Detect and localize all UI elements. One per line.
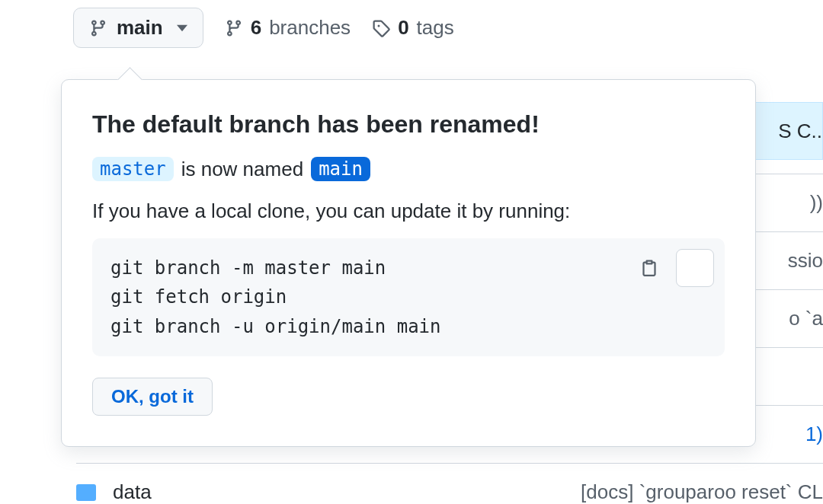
folder-icon: [76, 484, 96, 501]
new-branch-label: main: [311, 157, 370, 181]
file-name: data: [113, 480, 152, 504]
row-fragment: o `a: [789, 307, 823, 330]
popover-title: The default branch has been renamed!: [92, 110, 725, 139]
code-content: git branch -m master main git fetch orig…: [110, 257, 440, 337]
commit-header-fragment: S C..: [778, 120, 822, 143]
branches-count: 6: [251, 16, 261, 40]
code-block: git branch -m master main git fetch orig…: [92, 238, 725, 356]
branches-link[interactable]: 6 branches: [225, 16, 351, 40]
row-fragment: 1): [805, 423, 823, 446]
tags-count: 0: [398, 16, 408, 40]
caret-down-icon: [177, 24, 187, 32]
branches-word: branches: [269, 16, 351, 40]
tags-link[interactable]: 0 tags: [372, 16, 454, 40]
git-branch-icon: [89, 19, 107, 37]
branch-selector-button[interactable]: main: [73, 8, 203, 48]
commit-message: [docs] `grouparoo reset` CL: [581, 480, 823, 504]
branch-renamed-popover: The default branch has been renamed! mas…: [61, 79, 756, 447]
instructions-text: If you have a local clone, you can updat…: [92, 199, 725, 223]
row-fragment: ssio: [788, 249, 823, 273]
copy-button[interactable]: [676, 249, 714, 287]
clipboard-icon: [640, 200, 751, 336]
row-fragment: )): [810, 191, 823, 215]
tag-icon: [372, 19, 390, 37]
tags-word: tags: [417, 16, 454, 40]
ok-got-it-button[interactable]: OK, got it: [92, 378, 213, 416]
current-branch-name: main: [117, 16, 163, 40]
rename-summary-line: master is now named main: [92, 157, 725, 181]
is-now-named-text: is now named: [181, 158, 303, 181]
file-row[interactable]: data [docs] `grouparoo reset` CL: [76, 463, 823, 504]
git-branch-icon: [225, 19, 243, 37]
old-branch-label: master: [92, 157, 174, 181]
